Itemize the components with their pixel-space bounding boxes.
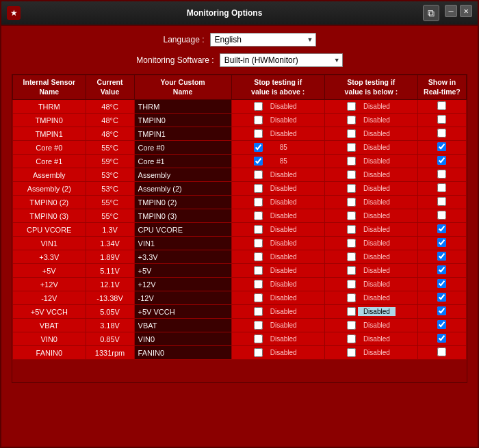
custom-name-input[interactable] <box>138 239 229 248</box>
stop-below-checkbox[interactable] <box>347 143 356 152</box>
custom-name-cell[interactable] <box>134 305 231 319</box>
stop-below-checkbox[interactable] <box>347 129 356 138</box>
stop-above-checkbox[interactable] <box>254 348 263 357</box>
stop-below-checkbox[interactable] <box>347 293 356 302</box>
custom-name-input[interactable] <box>138 212 229 220</box>
monitoring-software-select[interactable]: Built-in (HWMonitor) <box>220 53 343 67</box>
stop-above-checkbox[interactable] <box>254 170 263 179</box>
show-realtime-checkbox[interactable] <box>437 347 446 356</box>
show-realtime-checkbox[interactable] <box>437 334 446 343</box>
custom-name-cell[interactable] <box>134 332 231 346</box>
stop-below-checkbox[interactable] <box>347 239 356 248</box>
custom-name-input[interactable] <box>138 253 229 261</box>
custom-name-cell[interactable] <box>134 141 231 155</box>
custom-name-cell[interactable] <box>134 100 231 114</box>
show-realtime-checkbox[interactable] <box>437 265 446 274</box>
custom-name-cell[interactable] <box>134 196 231 209</box>
show-realtime-checkbox[interactable] <box>437 293 446 302</box>
custom-name-input[interactable] <box>138 267 229 275</box>
show-realtime-checkbox[interactable] <box>437 252 446 261</box>
custom-name-cell[interactable] <box>134 291 231 305</box>
show-realtime-checkbox[interactable] <box>437 170 446 179</box>
stop-above-checkbox[interactable] <box>254 157 263 166</box>
custom-name-cell[interactable] <box>134 278 231 291</box>
stop-above-checkbox[interactable] <box>254 129 263 138</box>
custom-name-cell[interactable] <box>134 155 231 168</box>
custom-name-input[interactable] <box>138 171 229 179</box>
stop-above-checkbox[interactable] <box>254 116 263 124</box>
show-realtime-checkbox[interactable] <box>437 279 446 288</box>
stop-below-checkbox[interactable] <box>347 102 356 111</box>
show-realtime-checkbox[interactable] <box>437 238 446 247</box>
stop-below-checkbox[interactable] <box>347 321 356 330</box>
stop-below-checkbox[interactable] <box>347 252 356 261</box>
stop-below-checkbox[interactable] <box>347 307 356 316</box>
stop-below-checkbox[interactable] <box>347 170 356 179</box>
stop-above-checkbox[interactable] <box>254 334 263 343</box>
custom-name-input[interactable] <box>138 157 229 166</box>
custom-name-input[interactable] <box>138 335 229 343</box>
custom-name-input[interactable] <box>138 130 229 138</box>
custom-name-cell[interactable] <box>134 319 231 332</box>
stop-below-checkbox[interactable] <box>347 348 356 357</box>
custom-name-cell[interactable] <box>134 223 231 237</box>
custom-name-input[interactable] <box>138 103 229 111</box>
stop-below-checkbox[interactable] <box>347 266 356 275</box>
show-realtime-checkbox[interactable] <box>437 129 446 137</box>
stop-below-checkbox[interactable] <box>347 225 356 234</box>
stop-above-checkbox[interactable] <box>254 143 263 152</box>
custom-name-cell[interactable] <box>134 264 231 278</box>
stop-above-checkbox[interactable] <box>254 225 263 234</box>
stop-above-checkbox[interactable] <box>254 102 263 111</box>
show-realtime-checkbox[interactable] <box>437 306 446 315</box>
stop-above-checkbox[interactable] <box>254 280 263 289</box>
stop-above-checkbox[interactable] <box>254 184 263 193</box>
show-realtime-checkbox[interactable] <box>437 211 446 220</box>
custom-name-cell[interactable] <box>134 168 231 182</box>
custom-name-input[interactable] <box>138 294 229 302</box>
show-realtime-checkbox[interactable] <box>437 183 446 192</box>
stop-above-checkbox[interactable] <box>254 252 263 261</box>
custom-name-cell[interactable] <box>134 346 231 360</box>
custom-name-cell[interactable] <box>134 127 231 141</box>
show-realtime-checkbox[interactable] <box>437 142 446 151</box>
language-select[interactable]: English <box>210 33 316 47</box>
custom-name-input[interactable] <box>138 144 229 152</box>
stop-below-checkbox[interactable] <box>347 198 356 207</box>
stop-above-checkbox[interactable] <box>254 321 263 330</box>
custom-name-cell[interactable] <box>134 209 231 223</box>
show-realtime-checkbox[interactable] <box>437 224 446 233</box>
minimize-button[interactable]: ─ <box>445 5 457 17</box>
stop-above-checkbox[interactable] <box>254 307 263 316</box>
stop-below-checkbox[interactable] <box>347 211 356 220</box>
stop-above-checkbox[interactable] <box>254 198 263 207</box>
show-realtime-checkbox[interactable] <box>437 197 446 206</box>
custom-name-cell[interactable] <box>134 114 231 127</box>
stop-below-checkbox[interactable] <box>347 334 356 343</box>
stop-below-checkbox[interactable] <box>347 184 356 193</box>
close-button[interactable]: ✕ <box>460 5 472 17</box>
show-realtime-checkbox[interactable] <box>437 101 446 110</box>
stop-below-checkbox[interactable] <box>347 280 356 289</box>
stop-above-checkbox[interactable] <box>254 293 263 302</box>
custom-name-input[interactable] <box>138 349 229 357</box>
stop-above-checkbox[interactable] <box>254 211 263 220</box>
custom-name-input[interactable] <box>138 116 229 124</box>
maximize-icon[interactable]: ⧉ <box>423 5 439 21</box>
custom-name-input[interactable] <box>138 185 229 193</box>
custom-name-cell[interactable] <box>134 182 231 196</box>
custom-name-input[interactable] <box>138 226 229 234</box>
show-realtime-checkbox[interactable] <box>437 156 446 165</box>
stop-below-checkbox[interactable] <box>347 157 356 166</box>
custom-name-input[interactable] <box>138 308 229 316</box>
stop-below-checkbox[interactable] <box>347 116 356 124</box>
custom-name-cell[interactable] <box>134 250 231 264</box>
show-realtime-checkbox[interactable] <box>437 115 446 124</box>
custom-name-input[interactable] <box>138 280 229 289</box>
stop-above-checkbox[interactable] <box>254 239 263 248</box>
stop-above-checkbox[interactable] <box>254 266 263 275</box>
custom-name-input[interactable] <box>138 198 229 207</box>
custom-name-cell[interactable] <box>134 237 231 250</box>
show-realtime-checkbox[interactable] <box>437 320 446 329</box>
custom-name-input[interactable] <box>138 321 229 330</box>
